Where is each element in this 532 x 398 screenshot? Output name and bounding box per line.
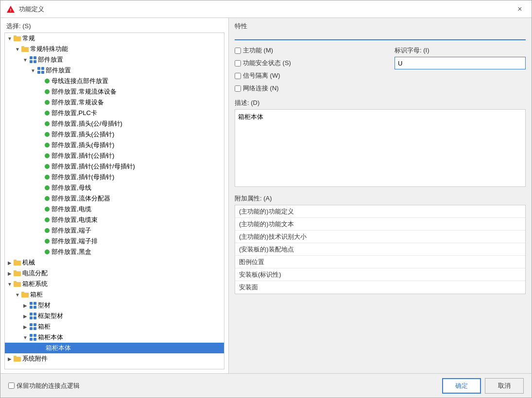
tree-expander[interactable]	[29, 344, 37, 352]
tree-row[interactable]: 部件放置,常规流体设备	[5, 86, 224, 97]
ok-button[interactable]: 确定	[442, 378, 481, 394]
tree-expander[interactable]	[37, 163, 45, 170]
checkbox-net-connect[interactable]	[235, 85, 241, 92]
tree-row[interactable]: 部件放置,插头(公/母插针)	[5, 118, 224, 129]
checkbox-main-func[interactable]	[235, 48, 241, 54]
attrs-item[interactable]: (主功能的)功能定义	[235, 205, 525, 218]
tree-expander[interactable]	[37, 216, 45, 224]
tree-row[interactable]: 部件放置,插头(公插针)	[5, 129, 224, 140]
tree-expander[interactable]	[37, 77, 45, 85]
tree-row[interactable]: 部件放置,插头(母插针)	[5, 140, 224, 150]
tree-row[interactable]: 箱柜本体	[5, 343, 224, 353]
tree-node-label: 部件放置,插头(公插针)	[51, 130, 114, 139]
tree-row[interactable]: ▼常规特殊功能	[5, 44, 224, 54]
tree-expander[interactable]	[37, 248, 45, 256]
tree-expander[interactable]	[37, 109, 45, 117]
tree-row[interactable]: 部件放置,常规设备	[5, 97, 224, 108]
tree-expander[interactable]	[37, 131, 45, 138]
right-panel: 特性 主功能 (M) 功能安全状态 (S) 信号隔离 (W) 网络连接 (N) …	[229, 18, 532, 373]
tree-row[interactable]: 部件放置,端子排	[5, 236, 224, 247]
attrs-item[interactable]: 安装面	[235, 281, 525, 294]
desc-textarea[interactable]: 箱柜本体	[235, 109, 526, 187]
tree-row[interactable]: ▼箱柜	[5, 289, 224, 300]
tree-row[interactable]: ▶箱柜	[5, 321, 224, 332]
tree-expander[interactable]	[37, 88, 45, 96]
footer-checkbox-label[interactable]: 保留功能的连接点逻辑	[8, 381, 80, 390]
svg-rect-22	[30, 302, 33, 305]
tree-expander[interactable]	[37, 237, 45, 245]
tree-row[interactable]: 部件放置,流体分配器	[5, 193, 224, 204]
attrs-item[interactable]: (主功能的)功能文本	[235, 218, 525, 231]
tree-expander[interactable]: ▶	[21, 301, 29, 309]
checkboxes-col: 主功能 (M) 功能安全状态 (S) 信号隔离 (W) 网络连接 (N)	[235, 46, 291, 93]
tree-row[interactable]: 部件放置,插针(公插针/母插针)	[5, 161, 224, 172]
tree-row[interactable]: ▼常规	[5, 33, 224, 44]
tree-row[interactable]: ▼箱柜系统	[5, 279, 224, 289]
tree-row[interactable]: 部件放置,插针(母插针)	[5, 172, 224, 182]
tree-node-label: 部件放置,端子排	[51, 237, 98, 246]
tree-expander[interactable]	[37, 227, 45, 234]
attrs-item[interactable]: (安装板的)装配地点	[235, 243, 525, 256]
close-button[interactable]: ×	[514, 3, 526, 15]
tree-node-label: 型材	[38, 301, 51, 310]
attrs-item[interactable]: 安装板(标识性)	[235, 268, 525, 281]
tree-expander[interactable]	[37, 205, 45, 213]
retain-logic-checkbox[interactable]	[8, 382, 15, 389]
tree-dot-icon	[45, 121, 50, 126]
attrs-list: (主功能的)功能定义(主功能的)功能文本(主功能的)技术识别大小(安装板的)装配…	[235, 205, 526, 294]
tree-expander[interactable]	[37, 99, 45, 106]
tree-row[interactable]: ▶系统附件	[5, 353, 224, 364]
tree-expander[interactable]: ▶	[21, 323, 29, 331]
tree-row[interactable]: ▶型材	[5, 300, 224, 311]
tree-expander[interactable]	[37, 152, 45, 160]
attrs-item[interactable]: 图例位置	[235, 256, 525, 268]
tree-expander[interactable]	[37, 173, 45, 181]
tree-expander[interactable]: ▼	[6, 34, 14, 42]
tree-expander[interactable]	[37, 120, 45, 128]
attrs-item[interactable]: (主功能的)技术识别大小	[235, 231, 525, 243]
tree-row[interactable]: 母线连接点部件放置	[5, 76, 224, 86]
tree-expander[interactable]: ▼	[14, 291, 21, 298]
tree-expander[interactable]: ▶	[6, 355, 14, 363]
tree-dot-icon	[45, 132, 50, 137]
tree-row[interactable]: 部件放置,端子	[5, 225, 224, 236]
tree-expander[interactable]: ▶	[21, 312, 29, 320]
tree-row[interactable]: 部件放置,电缆束	[5, 215, 224, 225]
tree-node-label: 箱柜系统	[22, 280, 48, 288]
tree-row[interactable]: 部件放置,母线	[5, 182, 224, 193]
tree-expander[interactable]: ▶	[6, 259, 14, 266]
tree-row[interactable]: ▶电流分配	[5, 268, 224, 279]
checkbox-item[interactable]: 网络连接 (N)	[235, 84, 291, 93]
tree-expander[interactable]: ▼	[21, 56, 29, 64]
tree-expander[interactable]	[37, 141, 45, 149]
tree-row[interactable]: ▼箱柜本体	[5, 332, 224, 343]
checkbox-item[interactable]: 信号隔离 (W)	[235, 71, 291, 80]
tree-row[interactable]: ▼部件放置	[5, 54, 224, 65]
tree-row[interactable]: 部件放置,黑盒	[5, 247, 224, 257]
tree-row[interactable]: 部件放置,插针(公插针)	[5, 150, 224, 161]
tree-expander[interactable]: ▼	[6, 280, 14, 288]
tree-expander[interactable]: ▼	[29, 66, 37, 74]
tree-dot-icon	[45, 164, 50, 169]
tree-row[interactable]: ▶框架型材	[5, 311, 224, 321]
tree-container[interactable]: ▼常规▼常规特殊功能▼部件放置▼部件放置母线连接点部件放置部件放置,常规流体设备…	[4, 33, 224, 369]
tree-row[interactable]: ▼部件放置	[5, 65, 224, 76]
checkbox-item[interactable]: 主功能 (M)	[235, 46, 291, 55]
tree-expander[interactable]	[37, 195, 45, 202]
cancel-button[interactable]: 取消	[485, 378, 524, 394]
tree-row[interactable]: 部件放置,电缆	[5, 204, 224, 215]
left-panel: 选择: (S) ▼常规▼常规特殊功能▼部件放置▼部件放置母线连接点部件放置部件放…	[0, 18, 229, 373]
tree-dot-icon	[45, 100, 50, 105]
checkbox-func-safe[interactable]	[235, 60, 241, 66]
tree-expander[interactable]	[37, 184, 45, 192]
tree-dot-icon	[45, 228, 50, 233]
tree-expander[interactable]: ▶	[6, 269, 14, 277]
tree-expander[interactable]: ▼	[21, 333, 29, 341]
tree-row[interactable]: ▶机械	[5, 257, 224, 268]
tree-row[interactable]: 部件放置,PLC卡	[5, 108, 224, 118]
tree-expander[interactable]: ▼	[14, 45, 21, 53]
svg-rect-40	[14, 356, 17, 358]
identifier-input[interactable]	[395, 57, 526, 69]
checkbox-signal-iso[interactable]	[235, 73, 241, 79]
checkbox-item[interactable]: 功能安全状态 (S)	[235, 59, 291, 67]
